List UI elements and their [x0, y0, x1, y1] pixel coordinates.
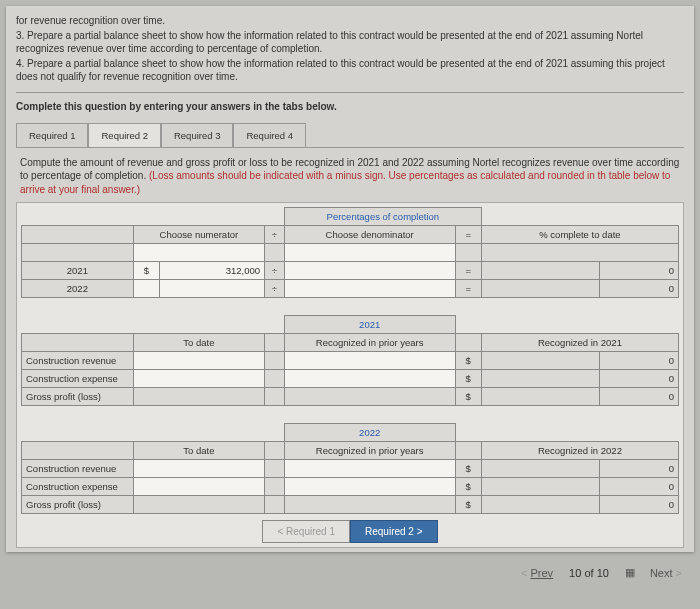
cell-2022-currency[interactable]: [133, 280, 159, 298]
pager-prev-label: Prev: [530, 567, 553, 579]
row-2022-exp: Construction expense: [22, 478, 134, 496]
tab-required-1[interactable]: Required 1: [16, 123, 88, 148]
cell-2022-rev-prior[interactable]: [284, 460, 455, 478]
cell-2021-gp-cur-sym: $: [455, 388, 481, 406]
cell-2022-gp-prior: [284, 496, 455, 514]
problem-intro: for revenue recognition over time. 3. Pr…: [16, 14, 684, 84]
cell-2021-pct: 0: [600, 262, 679, 280]
cell-2022-rev-rec: 0: [600, 460, 679, 478]
cell-2022-rev-todate[interactable]: [133, 460, 264, 478]
pager-position: 10 of 10: [569, 567, 609, 579]
tab-required-4[interactable]: Required 4: [233, 123, 305, 148]
cell-2021-currency[interactable]: $: [133, 262, 159, 280]
cell-2022-exp-prior[interactable]: [284, 478, 455, 496]
row-year-2022: 2022: [22, 280, 134, 298]
chevron-left-icon: <: [521, 567, 527, 579]
row-2021-gp: Gross profit (loss): [22, 388, 134, 406]
cell-2022-eq: =: [455, 280, 481, 298]
row-year-2021: 2021: [22, 262, 134, 280]
cell-2022-denominator[interactable]: [284, 280, 455, 298]
header-rec-prior-2021: Recognized in prior years: [284, 334, 455, 352]
header-to-date-2022: To date: [133, 442, 264, 460]
pager-next[interactable]: Next >: [650, 567, 682, 579]
main-prompt: Complete this question by entering your …: [16, 101, 684, 112]
divider: [16, 92, 684, 93]
row-2022-rev: Construction revenue: [22, 460, 134, 478]
cell-2022-gp-cur-sym: $: [455, 496, 481, 514]
cell-2022-exp-cur-sym: $: [455, 478, 481, 496]
cell-2021-denominator[interactable]: [284, 262, 455, 280]
header-rec-prior-2022: Recognized in prior years: [284, 442, 455, 460]
cell-2022-gp-rec: 0: [600, 496, 679, 514]
numerator-label-input[interactable]: [133, 244, 264, 262]
cell-2021-exp-prior[interactable]: [284, 370, 455, 388]
header-divide: ÷: [265, 226, 285, 244]
cell-2021-rev-rec: 0: [600, 352, 679, 370]
header-rec-2022: Recognized in 2022: [481, 442, 678, 460]
cell-2022-pct: 0: [600, 280, 679, 298]
cell-2021-gp-prior: [284, 388, 455, 406]
cell-2021-exp-todate[interactable]: [133, 370, 264, 388]
pager-footer: < Prev 10 of 10 ▦ Next >: [0, 558, 700, 583]
header-choose-numerator[interactable]: Choose numerator: [133, 226, 264, 244]
intro-line-2: 4. Prepare a partial balance sheet to sh…: [16, 57, 684, 84]
cell-2022-div: ÷: [265, 280, 285, 298]
header-equals: =: [455, 226, 481, 244]
answer-table-wrap: Percentages of completion Choose numerat…: [16, 202, 684, 548]
cell-2021-exp-cur-sym: $: [455, 370, 481, 388]
intro-line-0: for revenue recognition over time.: [16, 14, 684, 28]
intro-line-1: 3. Prepare a partial balance sheet to sh…: [16, 29, 684, 56]
requirement-tabs: Required 1 Required 2 Required 3 Require…: [16, 122, 684, 147]
cell-2021-rev-prior[interactable]: [284, 352, 455, 370]
cell-2021-eq: =: [455, 262, 481, 280]
row-2021-exp: Construction expense: [22, 370, 134, 388]
chevron-right-icon: >: [676, 567, 682, 579]
cell-2021-gp-todate: [133, 388, 264, 406]
row-2021-rev: Construction revenue: [22, 352, 134, 370]
grid-icon[interactable]: ▦: [625, 566, 634, 579]
tab-required-2[interactable]: Required 2: [88, 123, 160, 148]
header-rec-2021: Recognized in 2021: [481, 334, 678, 352]
cell-2021-exp-rec: 0: [600, 370, 679, 388]
percentages-table: Percentages of completion Choose numerat…: [21, 207, 679, 514]
row-2022-gp: Gross profit (loss): [22, 496, 134, 514]
cell-2022-rev-cur-sym: $: [455, 460, 481, 478]
cell-2022-gp-todate: [133, 496, 264, 514]
denominator-label-input[interactable]: [284, 244, 455, 262]
cell-2022-exp-rec: 0: [600, 478, 679, 496]
header-pct-complete: % complete to date: [481, 226, 678, 244]
sub-prompt: Compute the amount of revenue and gross …: [16, 147, 684, 203]
pager-prev[interactable]: < Prev: [521, 567, 553, 579]
header-year-2022: 2022: [284, 424, 455, 442]
tab-required-3[interactable]: Required 3: [161, 123, 233, 148]
prev-tab-button[interactable]: < Required 1: [262, 520, 350, 543]
cell-2021-rev-cur-sym: $: [455, 352, 481, 370]
cell-2022-numerator[interactable]: [159, 280, 264, 298]
header-year-2021: 2021: [284, 316, 455, 334]
cell-2022-exp-todate[interactable]: [133, 478, 264, 496]
header-percentages: Percentages of completion: [284, 208, 481, 226]
cell-2021-numerator[interactable]: 312,000: [159, 262, 264, 280]
next-tab-button[interactable]: Required 2 >: [350, 520, 438, 543]
pager-next-label: Next: [650, 567, 673, 579]
cell-2021-gp-rec: 0: [600, 388, 679, 406]
cell-2021-rev-todate[interactable]: [133, 352, 264, 370]
header-to-date-2021: To date: [133, 334, 264, 352]
cell-2021-div: ÷: [265, 262, 285, 280]
header-choose-denominator[interactable]: Choose denominator: [284, 226, 455, 244]
tab-nav-buttons: < Required 1 Required 2 >: [21, 520, 679, 543]
